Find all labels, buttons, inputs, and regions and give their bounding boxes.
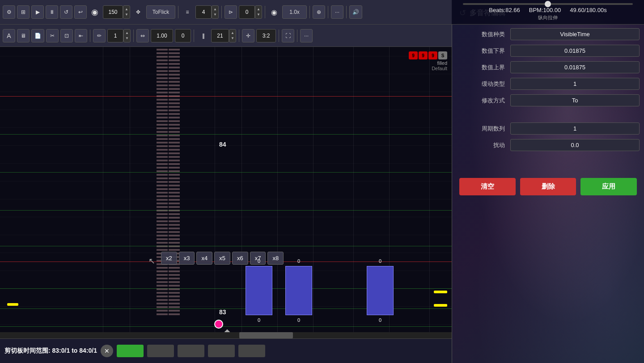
copy-btn[interactable]: ⊡ <box>60 29 73 42</box>
delete-btn[interactable]: 删除 <box>520 178 576 195</box>
progress-btn-1[interactable] <box>117 345 144 357</box>
edit-spinner-group: ▲▼ <box>107 29 131 42</box>
import-btn[interactable]: ⇤ <box>75 29 87 42</box>
beats-icon: ||| <box>197 29 209 42</box>
field-row-2: 数值上界 0.01875 <box>457 61 640 73</box>
blue-note-3[interactable]: 0 0 <box>367 266 394 315</box>
bpm-display: BPM:100.00 <box>529 7 561 13</box>
new-btn[interactable]: 📄 <box>31 29 44 42</box>
bpm-slider[interactable] <box>463 3 633 5</box>
measure-83: 83 <box>219 308 226 316</box>
layout-btn[interactable]: ⊞ <box>17 5 30 19</box>
beats-display: Beats:82.66 <box>489 7 520 13</box>
full-btn[interactable]: ⛶ <box>282 29 294 42</box>
speed-input[interactable] <box>103 5 123 19</box>
clear-btn[interactable]: 清空 <box>459 178 516 195</box>
field-label-6: 扰动 <box>457 141 510 149</box>
yellow-marker-1 <box>434 291 447 293</box>
cut-btn[interactable]: ✂ <box>46 29 59 42</box>
edit-input[interactable] <box>107 29 123 42</box>
volume-btn[interactable]: 🔊 <box>349 5 362 19</box>
pink-note-dot[interactable] <box>214 320 223 329</box>
offset-input[interactable] <box>175 29 191 42</box>
field-value-4[interactable]: To <box>510 94 640 106</box>
lines-spinner[interactable]: ▲▼ <box>212 5 219 19</box>
edit-icon[interactable]: ✏ <box>93 29 106 42</box>
progress-btn-5[interactable] <box>238 345 265 357</box>
field-value-2[interactable]: 0.01875 <box>510 61 640 73</box>
v-line-5 <box>277 47 278 342</box>
progress-btn-3[interactable] <box>178 345 204 357</box>
note-label-bottom-2: 0 <box>297 317 300 323</box>
field-value-0[interactable]: VisibleTime <box>510 28 640 40</box>
resize-icon[interactable]: ⇔ <box>136 29 149 42</box>
zoom-buttons: x2 x3 x4 x5 x6 x7 x8 <box>161 252 284 265</box>
v-line-7 <box>353 47 354 342</box>
zoom-x2-btn[interactable]: x2 <box>161 252 177 265</box>
v-line-6 <box>313 47 314 342</box>
h-scrollbar[interactable] <box>0 332 452 338</box>
extra-btn2[interactable]: ··· <box>300 29 313 42</box>
field-value-6[interactable]: 0.0 <box>510 139 640 151</box>
field-value-5[interactable]: 1 <box>510 122 640 135</box>
export-spinner-group: ▲▼ <box>239 5 262 19</box>
speed-spinner[interactable]: ▲▼ <box>123 5 130 19</box>
bpm-icon: ◉ <box>268 5 280 19</box>
zoom-x3-btn[interactable]: x3 <box>179 252 195 265</box>
h-scrollbar-thumb[interactable] <box>239 332 293 338</box>
yellow-marker-2 <box>434 304 447 307</box>
more-btn[interactable]: ··· <box>331 5 343 19</box>
note-label-top-3: 0 <box>379 258 381 264</box>
zoom-btn[interactable]: ⊕ <box>313 5 325 19</box>
v-line-3 <box>215 47 215 342</box>
blue-note-1[interactable]: 0 0 <box>246 266 272 315</box>
play-btn[interactable]: ▶ <box>31 5 44 19</box>
bpm-label: 纵向拉伸 <box>538 14 558 21</box>
bpm-value-btn[interactable]: 1.0x <box>282 5 307 19</box>
sep11 <box>279 30 279 42</box>
field-row-0: 数值种类 VisibleTime <box>457 28 640 40</box>
export-input[interactable] <box>239 5 255 19</box>
export-spinner[interactable]: ▲▼ <box>255 5 262 19</box>
spacer-1 <box>457 111 640 118</box>
resize-input[interactable] <box>151 29 173 42</box>
progress-btn-2[interactable] <box>147 345 174 357</box>
measure-84: 84 <box>219 141 226 148</box>
zoom-x8-btn[interactable]: x8 <box>267 252 284 265</box>
bottom-bar: 剪切板时间范围: 83:0/1 to 84:0/1 ✕ <box>0 338 452 363</box>
note-label-top-2: 0 <box>297 258 300 264</box>
back-btn[interactable]: ↩ <box>74 5 87 19</box>
screen-btn[interactable]: 🖥 <box>17 29 30 42</box>
field-row-5: 周期数列 1 <box>457 122 640 135</box>
lang-btn[interactable]: A <box>3 29 15 42</box>
beats-spinner-group: ▲▼ <box>211 29 236 42</box>
close-clipboard-btn[interactable]: ✕ <box>101 345 113 357</box>
lines-icon: ≡ <box>181 5 194 19</box>
field-label-1: 数值下界 <box>457 47 510 55</box>
move-icon[interactable]: ✛ <box>242 29 254 42</box>
zoom-x5-btn[interactable]: x5 <box>214 252 230 265</box>
pause-btn[interactable]: ⏸ <box>46 5 58 19</box>
export-btn[interactable]: ⊳ <box>225 5 237 19</box>
mode-btn[interactable]: ToFlick <box>146 5 175 19</box>
zoom-x6-btn[interactable]: x6 <box>232 252 248 265</box>
lines-spinner-group: ▲▼ <box>195 5 219 19</box>
beats-input[interactable] <box>211 29 229 42</box>
apply-btn[interactable]: 应用 <box>580 178 637 195</box>
sep12 <box>297 30 297 42</box>
settings-btn[interactable]: ⚙ <box>3 5 15 19</box>
field-row-1: 数值下界 0.01875 <box>457 45 640 57</box>
beats-spinner[interactable]: ▲▼ <box>229 29 236 42</box>
v-line-1 <box>103 47 103 342</box>
blue-note-2[interactable]: 0 0 <box>285 266 312 315</box>
lines-input[interactable] <box>195 5 212 19</box>
toolbar1: ⚙ ⊞ ▶ ⏸ ↺ ↩ ◉ ▲▼ ✥ ToFlick ≡ ▲▼ ⊳ ▲▼ ◉ 1… <box>0 0 452 25</box>
ratio-input[interactable] <box>256 29 276 42</box>
field-value-1[interactable]: 0.01875 <box>510 45 640 57</box>
loop-btn[interactable]: ↺ <box>60 5 72 19</box>
pill-3: 9 <box>428 51 437 59</box>
progress-btn-4[interactable] <box>208 345 235 357</box>
zoom-x4-btn[interactable]: x4 <box>196 252 212 265</box>
edit-spinner[interactable]: ▲▼ <box>123 29 131 42</box>
field-value-3[interactable]: 1 <box>510 78 640 90</box>
